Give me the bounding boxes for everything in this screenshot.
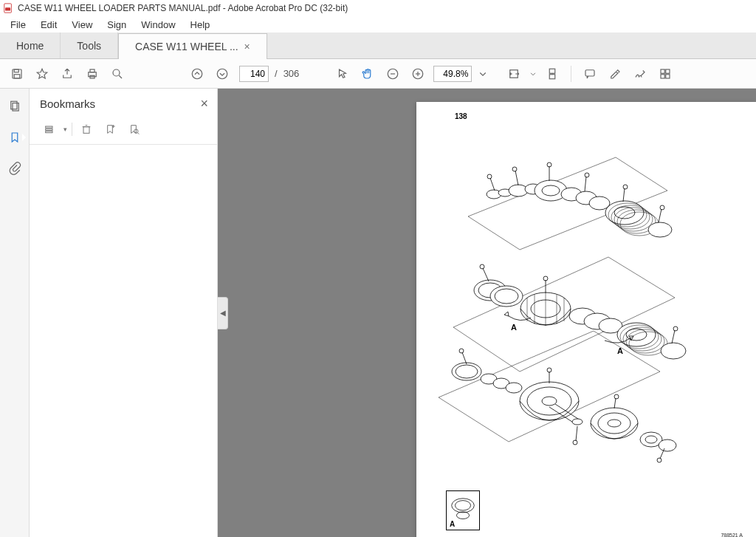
panel-close-button[interactable]: ×	[200, 96, 208, 112]
document-viewport[interactable]: ◀ 138	[218, 89, 756, 537]
window-title: CASE W11 WHEEL LOADER PARTS MANUAL.pdf -…	[18, 3, 348, 13]
svg-point-87	[659, 439, 676, 451]
svg-point-105	[673, 326, 678, 331]
tab-strip: Home Tools CASE W11 WHEEL ... ×	[0, 33, 756, 59]
main-area: Bookmarks × ▾ ◀ 138	[0, 89, 756, 537]
sign-button[interactable]	[629, 63, 651, 85]
svg-rect-27	[46, 126, 52, 128]
svg-point-78	[520, 382, 579, 420]
svg-line-32	[137, 133, 139, 134]
bookmarks-panel-button[interactable]	[4, 127, 25, 148]
highlight-button[interactable]	[604, 63, 626, 85]
diagram-reference-id: 788521 A	[721, 533, 743, 537]
menubar: File Edit View Sign Window Help	[0, 16, 756, 33]
svg-line-9	[119, 75, 122, 78]
page-separator: /	[275, 68, 278, 79]
svg-point-97	[623, 185, 628, 189]
svg-point-115	[573, 440, 577, 445]
svg-rect-18	[550, 69, 556, 73]
zoom-dropdown-button[interactable]	[476, 63, 489, 85]
page-up-button[interactable]	[186, 63, 208, 85]
scroll-mode-button[interactable]	[541, 63, 563, 85]
fit-width-button[interactable]	[503, 63, 525, 85]
svg-point-73	[452, 363, 481, 380]
menu-sign[interactable]: Sign	[101, 18, 132, 32]
svg-point-37	[535, 180, 567, 201]
find-bookmark-button[interactable]	[124, 120, 143, 138]
svg-line-94	[585, 177, 586, 191]
page-down-button[interactable]	[211, 63, 233, 85]
zoom-out-button[interactable]	[382, 63, 404, 85]
svg-rect-1	[5, 7, 10, 10]
svg-point-117	[455, 501, 470, 510]
svg-point-8	[113, 69, 120, 76]
tab-tools[interactable]: Tools	[61, 33, 118, 58]
svg-line-104	[672, 330, 675, 343]
svg-point-99	[660, 205, 664, 210]
svg-line-110	[614, 398, 616, 408]
svg-rect-30	[83, 127, 89, 134]
svg-point-81	[572, 419, 583, 425]
save-button[interactable]	[6, 63, 28, 85]
page-number-label: 138	[455, 112, 467, 120]
svg-rect-26	[13, 103, 18, 112]
svg-rect-21	[661, 69, 664, 73]
bookmarks-options-button[interactable]	[40, 120, 59, 138]
delete-bookmark-button[interactable]	[77, 120, 96, 138]
main-toolbar: / 306	[0, 59, 756, 89]
new-bookmark-button[interactable]	[100, 120, 120, 138]
svg-point-49	[648, 222, 672, 237]
svg-point-77	[506, 383, 522, 393]
panel-title: Bookmarks	[40, 98, 95, 110]
svg-rect-24	[666, 74, 670, 78]
svg-line-98	[659, 209, 662, 222]
attachments-panel-button[interactable]	[4, 158, 25, 179]
tab-document[interactable]: CASE W11 WHEEL ... ×	[118, 33, 267, 59]
svg-point-10	[192, 69, 202, 79]
zoom-in-button[interactable]	[407, 63, 429, 85]
tab-home[interactable]: Home	[0, 33, 61, 58]
svg-line-96	[623, 188, 625, 202]
page-number-input[interactable]	[239, 66, 269, 82]
hand-tool-button[interactable]	[357, 63, 379, 85]
svg-rect-25	[10, 101, 16, 109]
svg-rect-6	[90, 69, 94, 72]
svg-line-106	[462, 352, 467, 364]
menu-edit[interactable]: Edit	[35, 18, 63, 32]
svg-line-90	[515, 171, 518, 185]
print-button[interactable]	[81, 63, 103, 85]
window-titlebar: CASE W11 WHEEL LOADER PARTS MANUAL.pdf -…	[0, 0, 756, 16]
menu-view[interactable]: View	[66, 18, 98, 32]
svg-rect-23	[661, 74, 664, 78]
menu-file[interactable]: File	[4, 18, 32, 32]
more-tools-button[interactable]	[654, 63, 676, 85]
svg-rect-22	[666, 69, 670, 73]
svg-rect-28	[46, 129, 52, 130]
share-button[interactable]	[56, 63, 78, 85]
star-button[interactable]	[31, 63, 53, 85]
find-button[interactable]	[106, 63, 128, 85]
navigation-rail	[0, 89, 30, 537]
svg-point-70	[661, 343, 686, 359]
page-total: 306	[284, 68, 300, 79]
svg-rect-19	[550, 74, 556, 78]
collapse-sidepanel-handle[interactable]: ◀	[218, 297, 228, 329]
comment-button[interactable]	[579, 63, 601, 85]
selection-tool-button[interactable]	[331, 63, 354, 85]
toolbar-separator	[72, 123, 72, 136]
menu-window[interactable]: Window	[135, 18, 181, 32]
svg-point-11	[217, 69, 227, 79]
thumbnails-panel-button[interactable]	[4, 96, 25, 117]
svg-point-107	[459, 349, 464, 353]
svg-point-41	[589, 196, 610, 210]
svg-point-113	[657, 458, 662, 462]
svg-rect-4	[14, 74, 20, 78]
svg-rect-29	[46, 131, 52, 133]
svg-line-114	[576, 426, 577, 441]
svg-point-89	[487, 174, 492, 179]
zoom-level-input[interactable]	[433, 66, 472, 82]
menu-help[interactable]: Help	[185, 18, 216, 32]
svg-point-118	[456, 512, 469, 519]
close-icon[interactable]: ×	[244, 41, 250, 52]
fit-dropdown-button[interactable]	[528, 63, 538, 85]
